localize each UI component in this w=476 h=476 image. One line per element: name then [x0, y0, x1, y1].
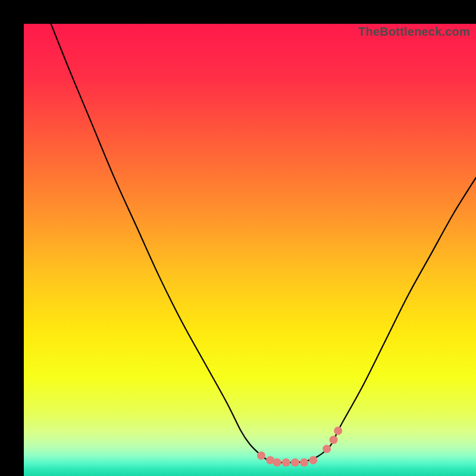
data-marker [300, 458, 308, 466]
data-marker [282, 458, 290, 466]
data-marker [334, 427, 342, 435]
bottleneck-curve [24, 24, 476, 476]
data-marker [322, 444, 331, 453]
data-marker [257, 452, 265, 460]
data-marker [309, 456, 317, 464]
data-marker [330, 436, 338, 444]
data-marker [291, 458, 299, 466]
data-marker [273, 458, 281, 466]
chart-frame: TheBottleneck.com [0, 0, 476, 476]
plot-area: TheBottleneck.com [24, 24, 476, 476]
